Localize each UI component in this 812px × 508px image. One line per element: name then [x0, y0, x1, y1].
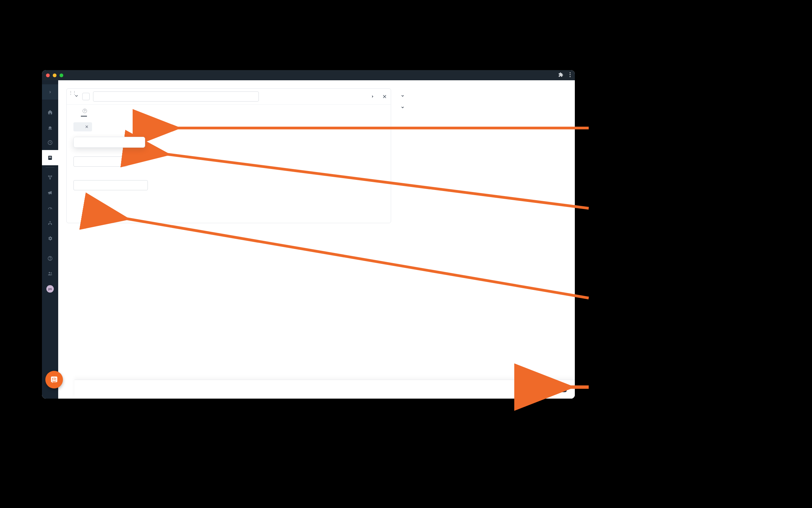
svg-point-9 — [50, 178, 51, 179]
drag-handle-icon[interactable]: ⋮⋮ — [69, 90, 76, 95]
svg-point-7 — [48, 175, 49, 176]
intercom-launcher[interactable] — [45, 371, 63, 388]
sidebar-item-services[interactable] — [42, 170, 58, 185]
help-icon — [47, 255, 53, 261]
minimize-window-icon[interactable] — [53, 73, 57, 77]
tab-conditions-scheduling[interactable]: ? — [81, 108, 87, 117]
sidebar-item-help[interactable] — [42, 251, 58, 266]
browser-titlebar — [42, 70, 575, 80]
milestone-dropdown — [73, 137, 145, 148]
runbook-icon — [47, 155, 53, 161]
maximize-window-icon[interactable] — [60, 73, 63, 77]
avatar: ps — [46, 285, 54, 293]
svg-rect-13 — [51, 224, 52, 225]
page-footer — [74, 380, 575, 399]
clock-icon — [47, 140, 53, 145]
step-tabs: ? — [67, 105, 391, 117]
sidebar-divider — [46, 167, 54, 168]
svg-point-2 — [570, 76, 571, 77]
svg-rect-11 — [50, 221, 51, 222]
svg-rect-20 — [54, 378, 54, 380]
section-title — [58, 80, 575, 88]
delay-seconds-input[interactable] — [73, 180, 148, 190]
gear-icon — [47, 235, 53, 241]
sidebar-item-status[interactable] — [42, 200, 58, 215]
step-type-display — [367, 95, 374, 98]
svg-point-15 — [50, 259, 50, 259]
siren-icon — [47, 124, 53, 130]
sidebar-item-incidents[interactable] — [42, 120, 58, 135]
svg-point-16 — [49, 272, 50, 273]
step-remove-icon[interactable]: ✕ — [382, 93, 387, 100]
app-sidebar: ps — [42, 80, 58, 399]
svg-point-8 — [51, 175, 52, 176]
browser-window: ps ⋮⋮ — [42, 70, 575, 399]
svg-rect-5 — [49, 156, 51, 157]
extension-icon[interactable] — [558, 72, 563, 79]
svg-rect-21 — [55, 378, 56, 380]
chevron-right-icon — [47, 89, 53, 95]
svg-line-10 — [50, 208, 51, 209]
sidebar-item-history[interactable] — [42, 135, 58, 150]
sidebar-item-runbooks[interactable] — [42, 150, 58, 165]
step-card: ⋮⋮ ✕ ? — [66, 88, 391, 223]
step-type-link[interactable] — [369, 95, 374, 98]
rule-chip-current-milestone[interactable]: ✕ — [73, 122, 92, 131]
svg-rect-12 — [48, 224, 49, 225]
tab-help-icon[interactable]: ? — [83, 109, 87, 113]
sidebar-avatar[interactable]: ps — [42, 281, 58, 296]
sidebar-item-org[interactable] — [42, 215, 58, 231]
overflow-menu-icon[interactable] — [569, 72, 571, 79]
sidebar-item-announce[interactable] — [42, 185, 58, 200]
sidebar-item-settings[interactable] — [42, 231, 58, 246]
gauge-icon — [47, 205, 53, 211]
step-name-input[interactable] — [93, 91, 259, 102]
svg-rect-6 — [49, 157, 51, 158]
group-firehydrant[interactable] — [401, 89, 567, 101]
svg-point-1 — [570, 74, 571, 75]
save-button[interactable] — [555, 387, 567, 392]
sidebar-collapse[interactable] — [42, 84, 58, 100]
chevron-down-icon — [401, 94, 405, 98]
home-icon — [47, 109, 53, 115]
repeat-minutes-input[interactable] — [73, 156, 128, 167]
step-number — [82, 93, 90, 100]
svg-rect-19 — [52, 378, 53, 380]
group-slack[interactable] — [401, 101, 567, 112]
users-icon — [47, 271, 53, 276]
window-controls[interactable] — [46, 73, 63, 77]
svg-point-17 — [51, 272, 52, 273]
close-window-icon[interactable] — [46, 73, 50, 77]
sidebar-item-home[interactable] — [42, 104, 58, 120]
chip-remove-icon[interactable]: ✕ — [85, 124, 89, 129]
network-icon — [47, 174, 53, 180]
action-library — [401, 88, 567, 392]
svg-point-0 — [570, 72, 571, 73]
sidebar-item-team[interactable] — [42, 266, 58, 281]
megaphone-icon — [47, 190, 53, 195]
org-icon — [47, 220, 53, 226]
chevron-down-icon — [401, 105, 405, 109]
